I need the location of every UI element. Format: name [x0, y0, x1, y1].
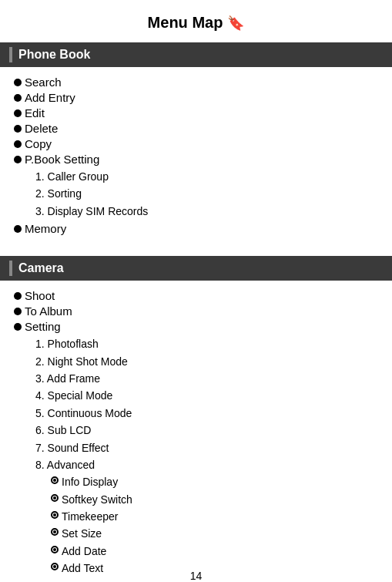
list-item: P.Book Setting: [14, 153, 392, 166]
list-item: Search: [14, 76, 392, 89]
sub-sub-label: Info Display: [62, 473, 118, 490]
list-item: Edit: [14, 106, 392, 119]
sub-item: 1. Caller Group: [35, 168, 392, 185]
list-item: To Album: [14, 304, 392, 318]
sub-item: 3. Add Frame: [35, 370, 392, 387]
page-number: 14: [0, 562, 392, 582]
phone-book-section: Phone Book Search Add Entry Edit Delete …: [0, 42, 392, 241]
pbook-sub-items: 1. Caller Group 2. Sorting 3. Display SI…: [14, 168, 392, 220]
phone-book-header: Phone Book: [0, 42, 392, 67]
sub-item: 5. Continuous Mode: [35, 405, 392, 422]
phone-book-title: Phone Book: [18, 48, 90, 62]
item-label: Search: [25, 76, 62, 89]
list-item: Add Entry: [14, 91, 392, 104]
bullet-icon: [14, 323, 22, 331]
setting-sub-items: 1. Photoflash 2. Night Shot Mode 3. Add …: [14, 335, 392, 577]
circle-bullet-icon: [51, 476, 59, 484]
camera-section: Camera Shoot To Album Setting 1. Photofl…: [0, 256, 392, 581]
sub-sub-item: Timekeeper: [51, 508, 392, 525]
bullet-icon: [14, 79, 22, 86]
page-title: Menu Map 🔖: [0, 0, 392, 42]
bullet-icon: [14, 225, 22, 233]
camera-items: Shoot To Album Setting 1. Photoflash 2. …: [0, 284, 392, 581]
sub-item: 4. Special Mode: [35, 387, 392, 404]
item-label: Copy: [25, 137, 52, 150]
sub-item: 3. Display SIM Records: [35, 203, 392, 220]
bullet-icon: [14, 140, 22, 148]
circle-bullet-icon: [51, 511, 59, 519]
circle-bullet-icon: [51, 546, 59, 553]
sub-sub-label: Softkey Switch: [62, 491, 132, 508]
header-accent: [9, 47, 12, 62]
list-item: Setting: [14, 320, 392, 333]
bullet-icon: [14, 156, 22, 163]
camera-title: Camera: [18, 261, 64, 275]
sub-item: 1. Photoflash: [35, 335, 392, 352]
sub-sub-label: Add Date: [62, 543, 106, 560]
sub-sub-item: Info Display: [51, 473, 392, 490]
list-item: Copy: [14, 137, 392, 150]
sub-item: 7. Sound Effect: [35, 439, 392, 456]
bullet-icon: [14, 94, 22, 102]
item-label: Delete: [25, 122, 58, 135]
bullet-icon: [14, 125, 22, 133]
sub-item: 6. Sub LCD: [35, 422, 392, 439]
circle-bullet-icon: [51, 494, 59, 502]
camera-header: Camera: [0, 256, 392, 281]
sub-item: 2. Night Shot Mode: [35, 353, 392, 370]
list-item: Memory: [14, 222, 392, 235]
item-label: Add Entry: [25, 91, 75, 104]
sub-item: 2. Sorting: [35, 185, 392, 202]
item-label: To Album: [25, 304, 72, 318]
header-accent: [9, 261, 12, 276]
list-item: Shoot: [14, 289, 392, 302]
bullet-icon: [14, 292, 22, 300]
sub-sub-item: Add Date: [51, 543, 392, 560]
sub-sub-item: Set Size: [51, 525, 392, 542]
sub-sub-label: Timekeeper: [62, 508, 118, 525]
sub-sub-label: Set Size: [62, 525, 102, 542]
item-label: Shoot: [25, 289, 55, 302]
sub-item: 8. Advanced: [35, 456, 392, 473]
item-label: Edit: [25, 106, 45, 119]
sub-sub-item: Softkey Switch: [51, 491, 392, 508]
list-item: Delete: [14, 122, 392, 135]
circle-bullet-icon: [51, 528, 59, 536]
title-text: Menu Map: [148, 14, 223, 32]
item-label: P.Book Setting: [25, 153, 99, 166]
item-label: Memory: [25, 222, 66, 235]
item-label: Setting: [25, 320, 61, 333]
bullet-icon: [14, 109, 22, 117]
phone-book-items: Search Add Entry Edit Delete Copy P.Book…: [0, 70, 392, 241]
bullet-icon: [14, 308, 22, 315]
title-icon: 🔖: [227, 15, 244, 32]
